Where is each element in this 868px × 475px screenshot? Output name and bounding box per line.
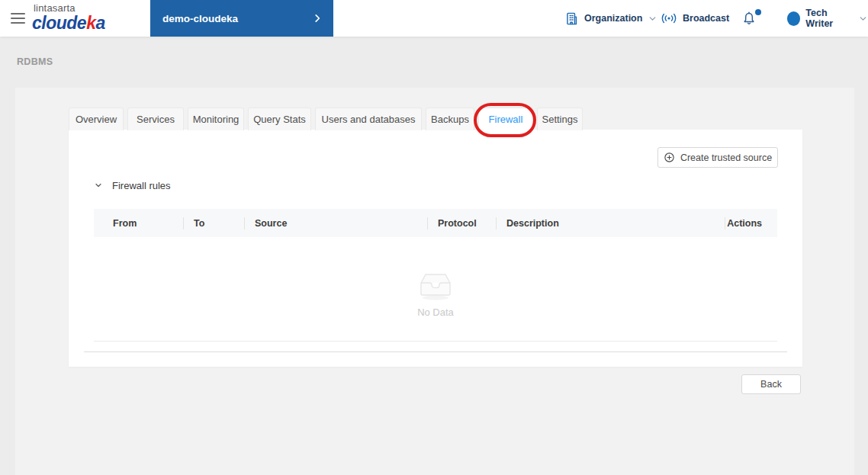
top-header: lintasarta cloudeka demo-cloudeka Organi… — [0, 0, 868, 37]
column-header-actions: Actions — [725, 218, 777, 229]
broadcast-label: Broadcast — [683, 13, 729, 24]
empty-inbox-icon — [418, 271, 453, 300]
breadcrumb: RDBMS — [17, 56, 53, 67]
firewall-rules-title: Firewall rules — [112, 180, 171, 191]
back-button[interactable]: Back — [741, 374, 801, 394]
plus-circle-icon — [664, 152, 675, 163]
firewall-tab-content: Create trusted source Firewall rules Fro… — [69, 130, 802, 367]
hamburger-menu-icon[interactable] — [11, 13, 25, 24]
tab-firewall[interactable]: Firewall — [478, 108, 533, 130]
user-menu[interactable]: Tech Writer — [787, 0, 868, 37]
tab-monitoring[interactable]: Monitoring — [188, 108, 244, 130]
notification-dot-badge — [755, 9, 761, 15]
column-header-from: From — [94, 218, 183, 229]
table-header-row: From To Source Protocol Description Acti… — [94, 209, 777, 237]
tab-overview[interactable]: Overview — [69, 108, 124, 130]
chevron-right-icon — [312, 13, 323, 24]
tab-services[interactable]: Services — [127, 108, 184, 130]
firewall-rules-table: From To Source Protocol Description Acti… — [94, 209, 777, 342]
firewall-rules-collapse-header[interactable]: Firewall rules — [94, 178, 171, 193]
column-header-description: Description — [496, 218, 725, 229]
cloudeka-logo[interactable]: lintasarta cloudeka — [32, 3, 105, 32]
project-selector-banner[interactable]: demo-cloudeka — [150, 0, 333, 37]
chevron-down-icon — [858, 14, 868, 24]
tab-query-stats[interactable]: Query Stats — [248, 108, 311, 130]
logo-cloudeka-text: cloudeka — [32, 14, 105, 32]
tab-backups[interactable]: Backups — [426, 108, 474, 130]
project-name: demo-cloudeka — [162, 13, 312, 24]
table-empty-state: No Data — [94, 237, 777, 342]
tab-settings[interactable]: Settings — [537, 108, 583, 130]
rdbms-firewall-page: lintasarta cloudeka demo-cloudeka Organi… — [0, 0, 868, 475]
column-header-protocol: Protocol — [427, 218, 496, 229]
organization-label: Organization — [584, 13, 642, 24]
collapse-bottom-divider — [84, 351, 787, 352]
organization-menu[interactable]: Organization — [564, 0, 657, 37]
notifications-button[interactable] — [741, 0, 760, 37]
broadcast-menu[interactable]: Broadcast — [661, 0, 729, 37]
organization-building-icon — [564, 11, 579, 26]
detail-tabs: Overview Services Monitoring Query Stats… — [69, 108, 583, 130]
broadcast-icon — [661, 11, 677, 25]
logo-lintasarta-text: lintasarta — [32, 3, 105, 13]
tab-users-and-databases[interactable]: Users and databases — [315, 108, 422, 130]
column-header-source: Source — [244, 218, 427, 229]
user-avatar — [787, 11, 800, 26]
chevron-down-icon — [94, 181, 103, 190]
column-header-to: To — [183, 218, 244, 229]
chevron-down-icon — [648, 14, 657, 24]
user-name: Tech Writer — [805, 8, 853, 29]
create-trusted-source-button[interactable]: Create trusted source — [657, 147, 778, 168]
no-data-label: No Data — [417, 307, 454, 318]
